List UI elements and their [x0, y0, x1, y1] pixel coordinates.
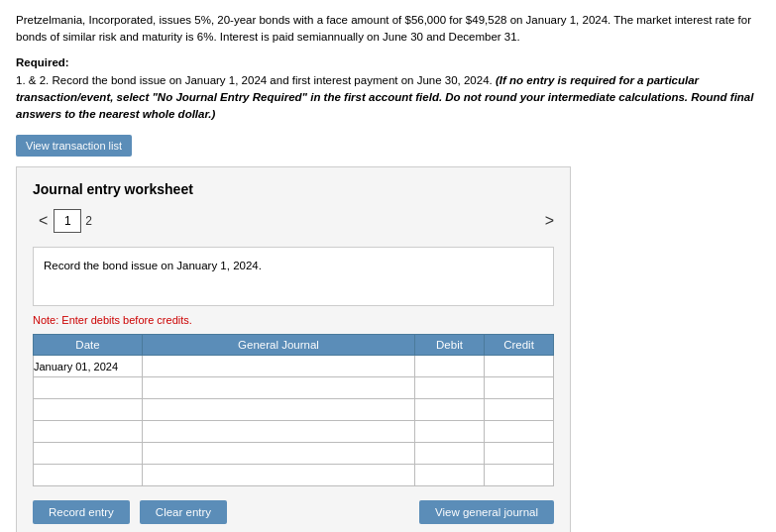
col-header-general-journal: General Journal: [143, 335, 415, 356]
table-row: January 01, 2024: [34, 356, 554, 377]
worksheet-navigation: < 1 2 >: [33, 209, 554, 233]
date-input[interactable]: [34, 465, 142, 485]
date-cell[interactable]: [34, 443, 143, 465]
date-input[interactable]: [34, 377, 142, 398]
debit-input[interactable]: [415, 399, 484, 420]
general-journal-input[interactable]: [143, 421, 414, 442]
instruction-prefix: 1. & 2. Record the bond issue on January…: [16, 74, 496, 86]
general-journal-cell[interactable]: [143, 421, 415, 443]
instruction-text: 1. & 2. Record the bond issue on January…: [16, 72, 760, 124]
debit-cell[interactable]: [415, 465, 485, 486]
next-arrow[interactable]: >: [545, 212, 554, 230]
credit-cell[interactable]: [485, 356, 554, 377]
debit-cell[interactable]: [415, 443, 485, 465]
table-row: [34, 443, 554, 465]
credit-cell[interactable]: [485, 421, 554, 443]
clear-entry-button[interactable]: Clear entry: [140, 500, 227, 524]
debit-cell[interactable]: [415, 356, 485, 377]
col-header-date: Date: [34, 335, 143, 356]
table-row: [34, 377, 554, 399]
journal-entry-worksheet: Journal entry worksheet < 1 2 > Record t…: [16, 166, 571, 532]
page-1-button[interactable]: 1: [54, 209, 81, 233]
table-row: [34, 399, 554, 421]
credit-input[interactable]: [485, 377, 553, 398]
general-journal-input[interactable]: [143, 465, 414, 485]
view-transaction-button[interactable]: View transaction list: [16, 135, 132, 157]
debit-input[interactable]: [415, 421, 484, 442]
general-journal-cell[interactable]: [143, 377, 415, 399]
general-journal-input[interactable]: [143, 399, 414, 420]
view-general-journal-button[interactable]: View general journal: [419, 500, 554, 524]
worksheet-title: Journal entry worksheet: [33, 181, 554, 197]
debit-input[interactable]: [415, 443, 484, 464]
date-cell: January 01, 2024: [34, 356, 143, 377]
date-cell[interactable]: [34, 421, 143, 443]
credit-cell[interactable]: [485, 465, 554, 486]
record-entry-button[interactable]: Record entry: [33, 500, 130, 524]
general-journal-cell[interactable]: [143, 356, 415, 377]
date-input[interactable]: [34, 421, 142, 442]
credit-input[interactable]: [485, 421, 553, 442]
credit-cell[interactable]: [485, 399, 554, 421]
intro-paragraph: Pretzelmania, Incorporated, issues 5%, 2…: [16, 12, 760, 47]
general-journal-input[interactable]: [143, 356, 414, 376]
journal-table: Date General Journal Debit Credit Januar…: [33, 334, 554, 486]
general-journal-input[interactable]: [143, 377, 414, 398]
credit-cell[interactable]: [485, 443, 554, 465]
credit-input[interactable]: [485, 356, 553, 376]
prev-arrow[interactable]: <: [33, 212, 54, 230]
date-cell[interactable]: [34, 377, 143, 399]
debit-input[interactable]: [415, 465, 484, 485]
note-text: Note: Enter debits before credits.: [33, 314, 554, 326]
credit-input[interactable]: [485, 399, 553, 420]
col-header-credit: Credit: [485, 335, 554, 356]
date-input[interactable]: [34, 443, 142, 464]
table-row: [34, 465, 554, 486]
debit-cell[interactable]: [415, 377, 485, 399]
debit-cell[interactable]: [415, 399, 485, 421]
page-2-label[interactable]: 2: [85, 214, 92, 228]
required-label: Required:: [16, 56, 760, 68]
general-journal-cell[interactable]: [143, 399, 415, 421]
credit-input[interactable]: [485, 443, 553, 464]
debit-input[interactable]: [415, 377, 484, 398]
date-input[interactable]: [34, 399, 142, 420]
date-cell[interactable]: [34, 399, 143, 421]
description-box: Record the bond issue on January 1, 2024…: [33, 247, 554, 306]
credit-cell[interactable]: [485, 377, 554, 399]
bottom-buttons: Record entry Clear entry View general jo…: [33, 500, 554, 524]
date-cell[interactable]: [34, 465, 143, 486]
general-journal-input[interactable]: [143, 443, 414, 464]
col-header-debit: Debit: [415, 335, 485, 356]
general-journal-cell[interactable]: [143, 443, 415, 465]
credit-input[interactable]: [485, 465, 553, 485]
table-row: [34, 421, 554, 443]
debit-input[interactable]: [415, 356, 484, 376]
general-journal-cell[interactable]: [143, 465, 415, 486]
debit-cell[interactable]: [415, 421, 485, 443]
